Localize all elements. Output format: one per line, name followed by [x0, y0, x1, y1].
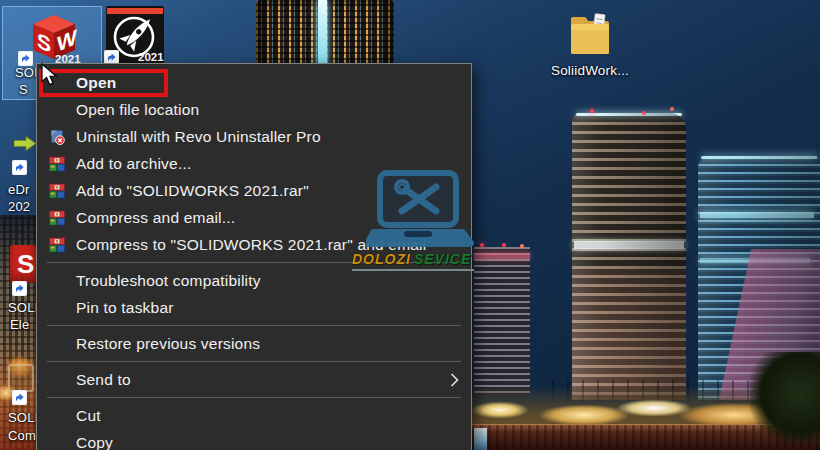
- electrical-label-line1: SOLI: [8, 301, 38, 316]
- desktop-icon-folder[interactable]: SoliidWork...: [540, 10, 640, 79]
- desktop-icon-edrawings[interactable]: 2021: [103, 4, 167, 66]
- composer-label-line2: Com: [8, 429, 36, 444]
- composer-label-line1: SOLI: [8, 411, 38, 426]
- solidworks-composer-icon[interactable]: [8, 364, 34, 392]
- submenu-chevron-icon: [450, 373, 459, 391]
- svg-text:2021: 2021: [138, 51, 164, 63]
- shortcut-arrow-icon: [12, 390, 27, 405]
- solidworks-electrical-icon[interactable]: S: [10, 245, 36, 283]
- shortcut-arrow-icon: [18, 51, 33, 66]
- background-tower-left: [572, 113, 686, 400]
- winrar-icon: [49, 183, 65, 199]
- background-city-right: [472, 0, 820, 450]
- watermark: DOLOZISEVICE: [352, 170, 474, 271]
- winrar-icon: [49, 210, 65, 226]
- menu-item-troubleshoot-compatibility[interactable]: Troubleshoot compatibility: [37, 267, 471, 294]
- watermark-text: DOLOZISEVICE: [352, 251, 474, 271]
- desktop: S W 2021 SOLI S 2021: [0, 0, 820, 450]
- menu-item-restore-previous-versions[interactable]: Restore previous versions: [37, 330, 471, 357]
- laptop-repair-icon: [366, 170, 488, 250]
- background-tower-small: [474, 247, 530, 397]
- menu-item-cut[interactable]: Cut: [37, 402, 471, 429]
- edrawings-shortcut-label-line2: 202: [8, 200, 30, 215]
- background-tower-center: [256, 0, 394, 66]
- winrar-icon: [49, 237, 65, 253]
- menu-separator: [47, 397, 461, 398]
- menu-item-open-file-location[interactable]: Open file location: [37, 96, 471, 123]
- menu-item-send-to[interactable]: Send to: [37, 366, 471, 393]
- green-arrow-icon: [14, 136, 37, 151]
- tree-silhouette: [750, 352, 820, 444]
- solidworks-label-line2: S: [19, 83, 28, 98]
- menu-item-pin-to-taskbar[interactable]: Pin to taskbar: [37, 294, 471, 321]
- cursor-icon: [40, 63, 62, 87]
- folder-icon: [569, 10, 611, 60]
- menu-item-copy[interactable]: Copy: [37, 429, 471, 450]
- edrawings-shortcut-label-line1[interactable]: eDr: [8, 183, 30, 198]
- background-reflection: [474, 428, 487, 450]
- shortcut-arrow-icon: [12, 281, 27, 296]
- menu-separator: [47, 325, 461, 326]
- revo-uninstaller-icon: [49, 129, 65, 145]
- menu-separator: [47, 361, 461, 362]
- menu-item-uninstall-revo[interactable]: Uninstall with Revo Uninstaller Pro: [37, 123, 471, 150]
- folder-label: SoliidWork...: [540, 63, 640, 79]
- svg-text:S: S: [37, 28, 51, 58]
- winrar-icon: [49, 156, 65, 172]
- shortcut-arrow-icon: [12, 160, 27, 175]
- electrical-label-line2: Ele: [10, 318, 29, 333]
